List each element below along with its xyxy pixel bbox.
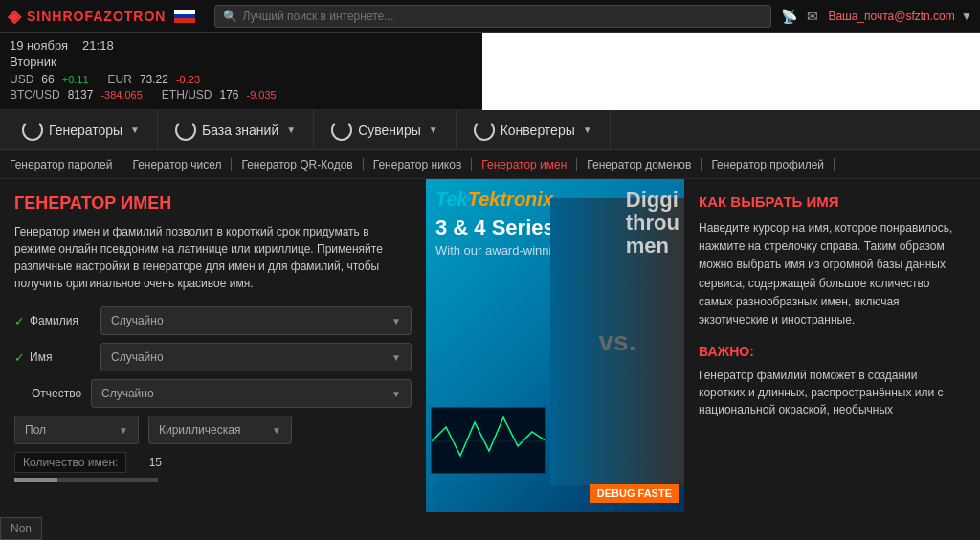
panel-description: Генератор имен и фамилий позволит в коро… [14,223,412,292]
eur-value: 73.22 [140,73,168,86]
familiya-dropdown-icon: ▼ [391,316,401,326]
imya-dropdown-icon: ▼ [391,352,401,363]
familiya-select[interactable]: Случайно ▼ [100,306,412,335]
generators-arrow-icon: ▼ [130,124,140,135]
btc-diff: -384.065 [100,89,142,101]
ad-right-overlay: Diggi throu men [626,189,679,259]
btc-item: BTC/USD 8137 -384.065 [10,88,143,101]
ad-middle-panel: TekTektronix 3 & 4 Series Scopes With ou… [426,179,684,512]
bottom-status: Non [0,517,42,540]
count-slider-fill [14,478,57,482]
souvenirs-spin-icon [331,120,352,141]
slider-row [14,478,412,482]
nav-souvenirs[interactable]: Сувениры ▼ [314,110,456,150]
imya-row: ✓ Имя Случайно ▼ [14,343,412,371]
nav-generators-label: Генераторы [49,123,122,138]
tektronix-ad[interactable]: TekTektronix 3 & 4 Series Scopes With ou… [426,179,684,512]
search-icon: 🔍 [223,10,237,23]
otchestvo-label: Отчество [14,387,91,400]
bottom-text: Non [11,522,32,535]
knowledge-arrow-icon: ▼ [286,124,296,135]
logo-icon: ◈ [8,6,22,27]
ad-right-line3: men [626,235,679,258]
nav-menu: Генераторы ▼ База знаний ▼ Сувениры ▼ Ко… [0,110,980,150]
count-row: Количество имен: 15 [14,452,412,473]
subnav-names[interactable]: Генератор имен [472,158,577,171]
user-domain: @sfztn.com [894,10,955,23]
subnav-nicks[interactable]: Генератор ников [364,158,473,171]
eur-label: EUR [108,73,132,86]
eth-item: ETH/USD 176 -9.035 [162,88,277,101]
right-title: КАК ВЫБРАТЬ ИМЯ [699,193,966,210]
subnav-domains[interactable]: Генератор доменов [577,158,702,171]
eth-value: 176 [219,88,238,101]
ad-vs-text: vs. [599,326,636,357]
familiya-row: ✓ Фамилия Случайно ▼ [14,306,412,335]
usd-value: 66 [41,73,54,86]
ad-right-line2: throu [626,212,679,235]
count-label: Количество имен: [14,452,126,473]
gender-lang-row: Пол ▼ Кириллическая ▼ [14,416,412,444]
familiya-select-value: Случайно [111,314,164,327]
ad-right-line1: Diggi [626,189,679,212]
imya-checkbox[interactable]: ✓ Имя [14,350,91,365]
imya-select[interactable]: Случайно ▼ [100,343,412,371]
panel-title: ГЕНЕРАТОР ИМЕН [14,193,412,214]
lang-dropdown-icon: ▼ [272,425,281,436]
count-value: 15 [136,456,174,469]
search-bar: 🔍 [214,5,771,28]
eth-label: ETH/USD [162,88,212,101]
nav-converters-label: Конвертеры [501,123,575,138]
date-display: 19 ноября [10,38,68,53]
familiya-label: Фамилия [30,314,78,327]
otchestvo-dropdown-icon: ▼ [391,389,401,399]
right-panel: КАК ВЫБРАТЬ ИМЯ Наведите курсор на имя, … [684,179,980,512]
gender-select[interactable]: Пол ▼ [14,416,139,444]
converters-arrow-icon: ▼ [583,124,592,135]
lang-select-value: Кириллическая [159,423,240,437]
mail-icon[interactable]: ✉ [807,9,818,24]
btc-value: 8137 [68,88,94,101]
search-input[interactable] [242,10,763,23]
otchestvo-select-value: Случайно [101,387,154,400]
nav-converters[interactable]: Конвертеры ▼ [457,110,611,150]
subnav-passwords[interactable]: Генератор паролей [10,158,122,171]
dropdown-arrow: ▼ [961,10,972,23]
nav-knowledge[interactable]: База знаний ▼ [158,110,314,150]
count-slider[interactable] [14,478,158,482]
subnav-qr[interactable]: Генератор QR-Кодов [232,158,363,171]
logo-text: SINHROFAZOTRON [27,9,166,24]
btc-label: BTC/USD [10,88,60,101]
familiya-checkbox[interactable]: ✓ Фамилия [14,314,91,328]
usd-diff: +0.11 [62,74,89,85]
left-panel: ГЕНЕРАТОР ИМЕН Генератор имен и фамилий … [0,179,426,512]
imya-checkmark: ✓ [14,350,25,365]
subnav-numbers[interactable]: Генератор чисел [122,158,232,171]
scope-waveform [432,408,545,473]
flag-icon [174,10,195,23]
converters-spin-icon [474,120,495,141]
user-email[interactable]: Ваша_почта@sfztn.com ▼ [828,10,972,23]
important-text: Генератор фамилий поможет в создании кор… [699,367,966,418]
right-description: Наведите курсор на имя, которое понравил… [699,219,966,329]
rss-icon[interactable]: 📡 [781,9,797,24]
user-label: Ваша_почта [828,10,894,23]
familiya-checkmark: ✓ [14,314,25,328]
ad-debug-button[interactable]: DEBUG FASTE [590,484,679,503]
knowledge-spin-icon [175,120,196,141]
eur-item: EUR 73.22 -0.23 [108,73,200,86]
sub-nav: Генератор паролей Генератор чисел Генера… [0,150,980,179]
usd-item: USD 66 +0.11 [10,73,89,86]
logo[interactable]: ◈ SINHROFAZOTRON [8,6,195,27]
nav-knowledge-label: База знаний [202,123,278,138]
gender-dropdown-icon: ▼ [119,425,128,436]
scope-screen [432,408,545,473]
generators-spin-icon [22,120,43,141]
souvenirs-arrow-icon: ▼ [429,124,438,135]
otchestvo-select[interactable]: Случайно ▼ [91,379,412,408]
nav-generators[interactable]: Генераторы ▼ [5,110,158,150]
subnav-profiles[interactable]: Генератор профилей [702,158,835,171]
time-display: 21:18 [82,38,114,53]
gender-select-value: Пол [25,423,46,437]
lang-select[interactable]: Кириллическая ▼ [148,416,292,444]
